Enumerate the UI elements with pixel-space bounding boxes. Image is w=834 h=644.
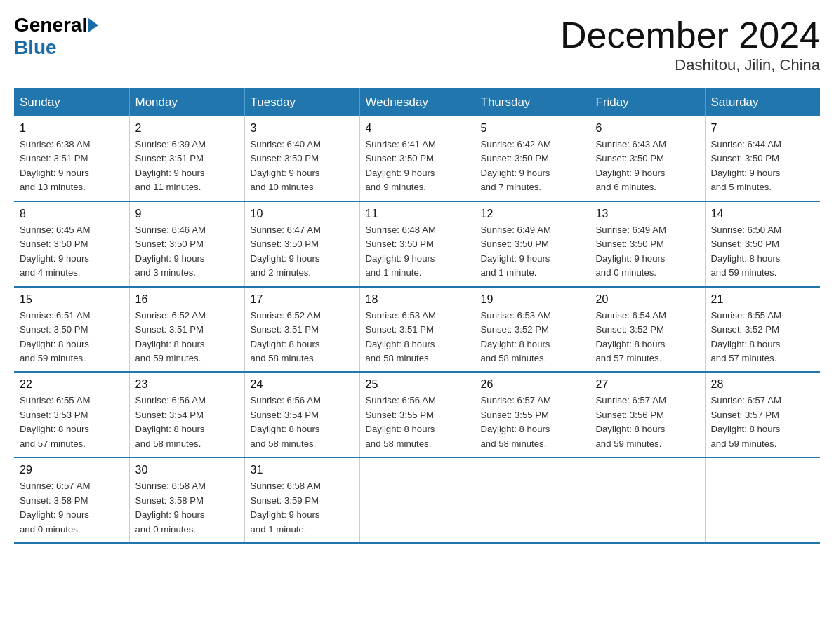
calendar-cell: 15Sunrise: 6:51 AM Sunset: 3:50 PM Dayli… — [14, 287, 129, 373]
calendar-week-row: 1Sunrise: 6:38 AM Sunset: 3:51 PM Daylig… — [14, 116, 820, 201]
calendar-cell: 17Sunrise: 6:52 AM Sunset: 3:51 PM Dayli… — [244, 287, 359, 373]
page-header: General Blue December 2024 Dashitou, Jil… — [14, 14, 820, 74]
day-number: 4 — [366, 122, 469, 135]
day-info: Sunrise: 6:50 AM Sunset: 3:50 PM Dayligh… — [711, 223, 815, 281]
day-number: 26 — [481, 378, 584, 391]
calendar-cell: 11Sunrise: 6:48 AM Sunset: 3:50 PM Dayli… — [359, 201, 475, 287]
day-number: 16 — [135, 293, 239, 306]
header-sunday: Sunday — [14, 88, 129, 116]
logo-blue-text: Blue — [14, 36, 57, 59]
calendar-cell: 2Sunrise: 6:39 AM Sunset: 3:51 PM Daylig… — [129, 116, 244, 201]
header-thursday: Thursday — [475, 88, 590, 116]
day-number: 17 — [251, 293, 354, 306]
day-number: 12 — [481, 208, 584, 220]
day-info: Sunrise: 6:57 AM Sunset: 3:58 PM Dayligh… — [20, 479, 124, 537]
calendar-cell: 26Sunrise: 6:57 AM Sunset: 3:55 PM Dayli… — [475, 372, 590, 457]
day-info: Sunrise: 6:46 AM Sunset: 3:50 PM Dayligh… — [135, 223, 239, 281]
day-number: 30 — [135, 464, 239, 476]
logo-general-text: General — [14, 14, 87, 36]
day-number: 9 — [135, 208, 239, 220]
day-number: 23 — [135, 378, 239, 391]
day-info: Sunrise: 6:53 AM Sunset: 3:52 PM Dayligh… — [481, 309, 584, 366]
calendar-cell — [590, 457, 705, 543]
day-number: 22 — [20, 378, 124, 391]
day-number: 20 — [596, 293, 699, 306]
day-info: Sunrise: 6:49 AM Sunset: 3:50 PM Dayligh… — [596, 223, 699, 281]
day-info: Sunrise: 6:51 AM Sunset: 3:50 PM Dayligh… — [20, 309, 124, 366]
day-info: Sunrise: 6:56 AM Sunset: 3:55 PM Dayligh… — [366, 394, 469, 451]
logo-arrow-icon — [88, 18, 98, 32]
day-number: 19 — [481, 293, 584, 306]
day-info: Sunrise: 6:53 AM Sunset: 3:51 PM Dayligh… — [366, 309, 469, 366]
calendar-cell: 10Sunrise: 6:47 AM Sunset: 3:50 PM Dayli… — [244, 201, 359, 287]
day-number: 31 — [251, 464, 354, 476]
day-info: Sunrise: 6:48 AM Sunset: 3:50 PM Dayligh… — [366, 223, 469, 281]
day-info: Sunrise: 6:39 AM Sunset: 3:51 PM Dayligh… — [135, 137, 239, 195]
day-number: 5 — [481, 122, 584, 135]
day-number: 10 — [251, 208, 354, 220]
calendar-cell: 1Sunrise: 6:38 AM Sunset: 3:51 PM Daylig… — [14, 116, 129, 201]
calendar-cell: 8Sunrise: 6:45 AM Sunset: 3:50 PM Daylig… — [14, 201, 129, 287]
day-info: Sunrise: 6:55 AM Sunset: 3:52 PM Dayligh… — [711, 309, 815, 366]
calendar-week-row: 29Sunrise: 6:57 AM Sunset: 3:58 PM Dayli… — [14, 457, 820, 543]
month-title: December 2024 — [560, 14, 820, 56]
calendar-cell: 4Sunrise: 6:41 AM Sunset: 3:50 PM Daylig… — [359, 116, 475, 201]
calendar-cell: 30Sunrise: 6:58 AM Sunset: 3:58 PM Dayli… — [129, 457, 244, 543]
header-tuesday: Tuesday — [244, 88, 359, 116]
logo: General Blue — [14, 14, 100, 59]
calendar-cell: 29Sunrise: 6:57 AM Sunset: 3:58 PM Dayli… — [14, 457, 129, 543]
calendar-header-row: SundayMondayTuesdayWednesdayThursdayFrid… — [14, 88, 820, 116]
calendar-cell: 5Sunrise: 6:42 AM Sunset: 3:50 PM Daylig… — [475, 116, 590, 201]
day-info: Sunrise: 6:54 AM Sunset: 3:52 PM Dayligh… — [596, 309, 699, 366]
day-info: Sunrise: 6:57 AM Sunset: 3:56 PM Dayligh… — [596, 394, 699, 451]
calendar-cell: 25Sunrise: 6:56 AM Sunset: 3:55 PM Dayli… — [359, 372, 475, 457]
calendar-cell: 12Sunrise: 6:49 AM Sunset: 3:50 PM Dayli… — [475, 201, 590, 287]
calendar-cell: 7Sunrise: 6:44 AM Sunset: 3:50 PM Daylig… — [705, 116, 820, 201]
calendar-cell: 28Sunrise: 6:57 AM Sunset: 3:57 PM Dayli… — [705, 372, 820, 457]
calendar-cell: 6Sunrise: 6:43 AM Sunset: 3:50 PM Daylig… — [590, 116, 705, 201]
day-number: 27 — [596, 378, 699, 391]
calendar-cell: 3Sunrise: 6:40 AM Sunset: 3:50 PM Daylig… — [244, 116, 359, 201]
calendar-cell: 21Sunrise: 6:55 AM Sunset: 3:52 PM Dayli… — [705, 287, 820, 373]
day-number: 7 — [711, 122, 815, 135]
calendar-week-row: 8Sunrise: 6:45 AM Sunset: 3:50 PM Daylig… — [14, 201, 820, 287]
calendar-cell — [475, 457, 590, 543]
day-info: Sunrise: 6:49 AM Sunset: 3:50 PM Dayligh… — [481, 223, 584, 281]
day-number: 21 — [711, 293, 815, 306]
day-info: Sunrise: 6:42 AM Sunset: 3:50 PM Dayligh… — [481, 137, 584, 195]
day-info: Sunrise: 6:56 AM Sunset: 3:54 PM Dayligh… — [135, 394, 239, 451]
day-info: Sunrise: 6:43 AM Sunset: 3:50 PM Dayligh… — [596, 137, 699, 195]
day-number: 11 — [366, 208, 469, 220]
calendar-cell — [359, 457, 475, 543]
day-info: Sunrise: 6:44 AM Sunset: 3:50 PM Dayligh… — [711, 137, 815, 195]
calendar-cell: 22Sunrise: 6:55 AM Sunset: 3:53 PM Dayli… — [14, 372, 129, 457]
calendar-cell: 9Sunrise: 6:46 AM Sunset: 3:50 PM Daylig… — [129, 201, 244, 287]
day-info: Sunrise: 6:52 AM Sunset: 3:51 PM Dayligh… — [251, 309, 354, 366]
calendar-cell: 20Sunrise: 6:54 AM Sunset: 3:52 PM Dayli… — [590, 287, 705, 373]
title-block: December 2024 Dashitou, Jilin, China — [560, 14, 820, 74]
day-number: 15 — [20, 293, 124, 306]
calendar-cell: 19Sunrise: 6:53 AM Sunset: 3:52 PM Dayli… — [475, 287, 590, 373]
day-number: 24 — [251, 378, 354, 391]
day-info: Sunrise: 6:45 AM Sunset: 3:50 PM Dayligh… — [20, 223, 124, 281]
day-info: Sunrise: 6:57 AM Sunset: 3:55 PM Dayligh… — [481, 394, 584, 451]
day-info: Sunrise: 6:55 AM Sunset: 3:53 PM Dayligh… — [20, 394, 124, 451]
day-number: 25 — [366, 378, 469, 391]
day-number: 29 — [20, 464, 124, 476]
day-info: Sunrise: 6:56 AM Sunset: 3:54 PM Dayligh… — [251, 394, 354, 451]
day-info: Sunrise: 6:58 AM Sunset: 3:58 PM Dayligh… — [135, 479, 239, 537]
day-number: 1 — [20, 122, 124, 135]
calendar-cell: 13Sunrise: 6:49 AM Sunset: 3:50 PM Dayli… — [590, 201, 705, 287]
day-info: Sunrise: 6:47 AM Sunset: 3:50 PM Dayligh… — [251, 223, 354, 281]
day-number: 13 — [596, 208, 699, 220]
header-friday: Friday — [590, 88, 705, 116]
day-info: Sunrise: 6:57 AM Sunset: 3:57 PM Dayligh… — [711, 394, 815, 451]
day-number: 8 — [20, 208, 124, 220]
calendar-week-row: 15Sunrise: 6:51 AM Sunset: 3:50 PM Dayli… — [14, 287, 820, 373]
location-title: Dashitou, Jilin, China — [560, 56, 820, 74]
calendar-cell — [705, 457, 820, 543]
header-monday: Monday — [129, 88, 244, 116]
day-number: 3 — [251, 122, 354, 135]
calendar-cell: 18Sunrise: 6:53 AM Sunset: 3:51 PM Dayli… — [359, 287, 475, 373]
day-info: Sunrise: 6:40 AM Sunset: 3:50 PM Dayligh… — [251, 137, 354, 195]
